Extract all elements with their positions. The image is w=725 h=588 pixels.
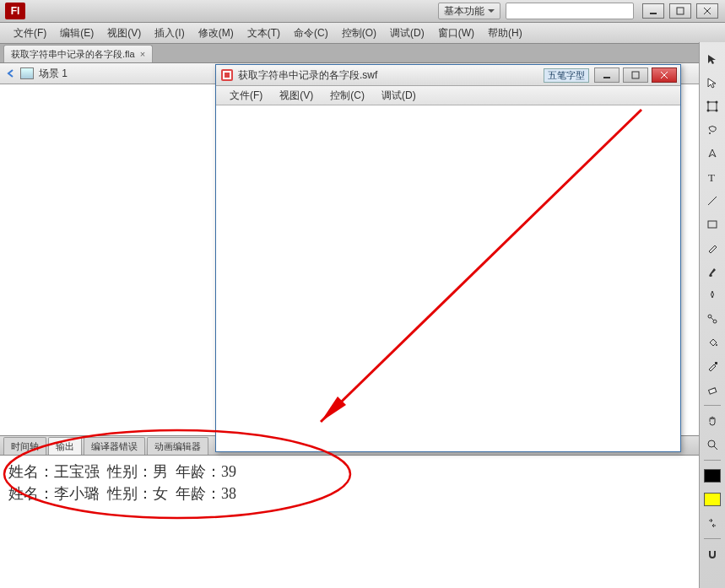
subselection-tool[interactable]	[702, 73, 722, 93]
output-row: 姓名：李小璐 性别：女 年龄：38	[8, 483, 717, 504]
output-row: 姓名：王宝强 性别：男 年龄：39	[8, 461, 717, 483]
eraser-tool[interactable]	[702, 380, 722, 400]
swf-maximize-button[interactable]	[623, 67, 648, 83]
back-arrow-icon[interactable]	[5, 67, 17, 79]
window-close-button[interactable]	[696, 3, 718, 19]
tab-output[interactable]: 输出	[48, 437, 82, 455]
scene-icon	[20, 67, 34, 79]
text-tool[interactable]: T	[702, 167, 722, 187]
hand-tool[interactable]	[702, 411, 722, 431]
brush-tool[interactable]	[702, 262, 722, 282]
swf-stage[interactable]	[216, 105, 680, 451]
svg-point-18	[716, 344, 717, 346]
svg-point-11	[709, 132, 711, 134]
pencil-tool[interactable]	[702, 238, 722, 258]
lasso-tool[interactable]	[702, 120, 722, 140]
workspace-label: 基本功能	[444, 3, 484, 19]
document-tab[interactable]: 获取字符串中记录的各字段.fla ×	[3, 45, 153, 62]
tool-separator	[704, 538, 721, 539]
swap-colors-icon[interactable]	[702, 513, 722, 533]
flash-player-icon	[221, 69, 233, 81]
stroke-color[interactable]	[702, 466, 722, 486]
scene-label[interactable]: 场景 1	[39, 67, 68, 81]
svg-rect-6	[708, 102, 717, 111]
free-transform-tool[interactable]	[702, 96, 722, 116]
menu-window[interactable]: 窗口(W)	[431, 23, 481, 43]
menu-insert[interactable]: 插入(I)	[148, 23, 191, 43]
swf-menu-debug[interactable]: 调试(D)	[373, 89, 425, 103]
rectangle-tool[interactable]	[702, 214, 722, 235]
svg-rect-3	[677, 8, 684, 14]
svg-point-21	[708, 440, 715, 447]
zoom-tool[interactable]	[702, 434, 722, 455]
svg-point-10	[716, 110, 718, 112]
svg-line-13	[708, 197, 717, 205]
search-input[interactable]	[513, 5, 633, 17]
menu-file[interactable]: 文件(F)	[7, 23, 53, 43]
menu-help[interactable]: 帮助(H)	[481, 23, 529, 43]
svg-text:T: T	[708, 171, 715, 183]
tool-separator	[704, 460, 721, 461]
swf-menu-file[interactable]: 文件(F)	[221, 89, 271, 103]
swf-minimize-button[interactable]	[594, 67, 619, 83]
deco-tool[interactable]	[702, 285, 722, 305]
tab-timeline[interactable]: 时间轴	[3, 437, 46, 455]
pen-tool[interactable]	[702, 143, 722, 164]
menu-debug[interactable]: 调试(D)	[383, 23, 431, 43]
svg-rect-24	[632, 72, 639, 78]
fill-color[interactable]	[702, 489, 722, 510]
swf-title-text: 获取字符串中记录的各字段.swf	[238, 68, 377, 83]
swf-close-button[interactable]	[652, 67, 677, 83]
window-minimize-button[interactable]	[642, 3, 664, 19]
svg-point-7	[707, 101, 710, 104]
search-box[interactable]	[506, 3, 634, 19]
menu-edit[interactable]: 编辑(E)	[53, 23, 100, 43]
tools-panel: T	[699, 42, 725, 588]
document-tab-label: 获取字符串中记录的各字段.fla	[11, 46, 135, 62]
menu-modify[interactable]: 修改(M)	[192, 23, 241, 43]
tab-compiler-errors[interactable]: 编译器错误	[84, 437, 145, 455]
svg-line-17	[711, 317, 714, 321]
paint-bucket-tool[interactable]	[702, 332, 722, 353]
chevron-down-icon	[488, 8, 495, 14]
line-tool[interactable]	[702, 191, 722, 211]
eyedropper-tool[interactable]	[702, 356, 722, 376]
output-panel: 姓名：王宝强 性别：男 年龄：39 姓名：李小璐 性别：女 年龄：38	[0, 456, 725, 588]
ime-indicator[interactable]: 五笔字型	[544, 68, 589, 83]
menu-view[interactable]: 视图(V)	[100, 23, 148, 43]
svg-rect-14	[708, 221, 717, 228]
menu-text[interactable]: 文本(T)	[241, 23, 287, 43]
svg-point-9	[707, 110, 710, 112]
window-maximize-button[interactable]	[669, 3, 691, 19]
document-tab-close-icon[interactable]: ×	[140, 46, 145, 62]
swf-player-window[interactable]: 获取字符串中记录的各字段.swf 五笔字型 文件(F) 视图(V) 控制(C) …	[215, 64, 681, 452]
tool-separator	[704, 405, 721, 406]
workspace-switcher[interactable]: 基本功能	[438, 3, 500, 19]
swf-menu-control[interactable]: 控制(C)	[322, 89, 373, 103]
app-logo: Fl	[5, 3, 25, 19]
snap-tool[interactable]	[702, 544, 722, 564]
menu-commands[interactable]: 命令(C)	[287, 23, 335, 43]
svg-line-22	[714, 446, 717, 450]
svg-rect-19	[715, 362, 717, 364]
menu-control[interactable]: 控制(O)	[335, 23, 383, 43]
swf-menu-view[interactable]: 视图(V)	[271, 89, 322, 103]
tab-motion-editor[interactable]: 动画编辑器	[147, 437, 208, 455]
selection-tool[interactable]	[702, 49, 722, 69]
svg-rect-20	[709, 388, 717, 394]
svg-point-8	[716, 101, 718, 104]
bone-tool[interactable]	[702, 309, 722, 329]
